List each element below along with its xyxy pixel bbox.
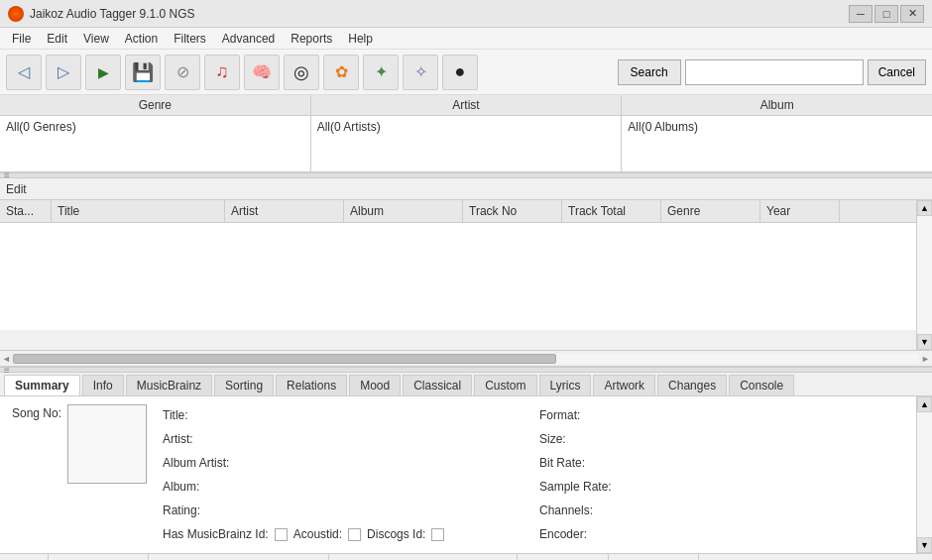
genre-content[interactable]: All(0 Genres) [0,116,310,171]
tab-changes[interactable]: Changes [657,375,727,395]
song-no-label: Song No: [12,404,61,420]
minimize-button[interactable]: ─ [849,5,873,23]
tab-lyrics[interactable]: Lyrics [539,375,592,395]
song-no-row: Song No: [12,404,147,484]
bitrate-row: Bit Rate: [539,452,904,474]
cancel-button[interactable]: Cancel [868,59,926,85]
status-delay: Delay 00:00:00 [609,554,699,560]
tab-info[interactable]: Info [82,375,124,395]
menu-edit[interactable]: Edit [39,30,75,48]
title-label: Title: [163,408,262,422]
hscroll-left[interactable]: ◄ [0,354,13,364]
tab-artwork[interactable]: Artwork [593,375,655,395]
col-trackno[interactable]: Track No [463,200,562,222]
song-no-thumbnail [67,404,147,484]
artist-content[interactable]: All(0 Artists) [311,116,622,171]
close-button[interactable]: ✕ [900,5,924,23]
artist-value: All(0 Artists) [317,120,381,134]
summary-panel: Song No: Title: Artist: Album Artist: Al… [0,396,932,553]
resize-icon: ≡ [4,170,10,180]
fields-left: Title: Artist: Album Artist: Album: Rati… [163,404,527,545]
edit-bar: Edit [0,178,932,200]
save-button[interactable]: 💾 [125,55,161,90]
edit-label[interactable]: Edit [6,182,27,196]
table-hscroll[interactable]: ◄ ► [0,350,932,366]
table-with-scroll: Sta... Title Artist Album Track No Track… [0,200,932,350]
summary-vscroll-down[interactable]: ▼ [917,537,932,553]
size-row: Size: [539,428,904,450]
vscroll-down[interactable]: ▼ [917,334,932,350]
table-body [0,223,916,330]
vscroll-track[interactable] [917,216,932,334]
summary-vscroll[interactable]: ▲ ▼ [916,396,932,553]
network-button[interactable]: ✿ [323,55,359,90]
discogs-id-checkbox[interactable] [431,528,444,541]
forward-button[interactable]: ▷ [46,55,81,90]
search-input[interactable] [685,59,864,85]
channels-label: Channels: [539,504,639,517]
album-column: Album All(0 Albums) [622,95,932,171]
col-album[interactable]: Album [344,200,463,222]
tab-console[interactable]: Console [729,375,794,395]
album-content[interactable]: All(0 Albums) [622,116,932,171]
col-year[interactable]: Year [760,200,840,222]
encoder-label: Encoder: [539,527,639,541]
status-bar: Ready 0 files are loaded 0 files are vis… [0,553,932,560]
table-header-row: Sta... Title Artist Album Track No Track… [0,200,916,223]
menu-action[interactable]: Action [117,30,166,48]
tab-mood[interactable]: Mood [349,375,401,395]
stop-button[interactable]: ⊘ [165,55,200,90]
search-button[interactable]: Search [618,59,681,85]
col-status[interactable]: Sta... [0,200,52,222]
album-row: Album: [163,476,527,498]
status-memory: 44 Mb of 1,312 Mb [699,554,806,560]
summary-vscroll-up[interactable]: ▲ [917,396,932,412]
tab-custom[interactable]: Custom [474,375,536,395]
summary-vscroll-track[interactable] [917,412,932,537]
format-label: Format: [539,408,639,422]
music-button[interactable]: ♫ [204,55,240,90]
tag2-button[interactable]: ✧ [403,55,438,90]
artist-label: Artist: [163,432,262,446]
status-files-loaded: 0 files are loaded [49,554,149,560]
genre-header: Genre [0,95,310,116]
tab-summary[interactable]: Summary [4,375,80,395]
hscroll-thumb[interactable] [13,354,556,364]
menu-reports[interactable]: Reports [283,30,340,48]
status-ready: Ready [0,554,49,560]
status-filters-active: No filters active [518,554,609,560]
menu-filters[interactable]: Filters [166,30,214,48]
col-artist[interactable]: Artist [225,200,344,222]
menu-view[interactable]: View [75,30,117,48]
table-vscroll[interactable]: ▲ ▼ [916,200,932,350]
song-no-section: Song No: [12,404,151,488]
tab-sorting[interactable]: Sorting [214,375,274,395]
brain-button[interactable]: 🧠 [244,55,280,90]
vscroll-up[interactable]: ▲ [917,200,932,216]
title-bar: Jaikoz Audio Tagger 9.1.0 NGS ─ □ ✕ [0,0,932,28]
musicbrainz-id-checkbox[interactable] [275,528,288,541]
menu-file[interactable]: File [4,30,39,48]
album-artist-row: Album Artist: [163,452,527,474]
col-title[interactable]: Title [52,200,225,222]
vinyl-button[interactable]: ● [442,55,478,90]
maximize-button[interactable]: □ [874,5,898,23]
tab-classical[interactable]: Classical [403,375,472,395]
tag-button[interactable]: ✦ [363,55,399,90]
genre-column: Genre All(0 Genres) [0,95,311,171]
checkbox-row: Has MusicBrainz Id: Acoustid: Discogs Id… [163,523,527,545]
hscroll-track[interactable] [13,354,919,364]
hscroll-right[interactable]: ► [919,354,932,364]
tab-musicbrainz[interactable]: MusicBrainz [126,375,212,395]
browser-panel: Genre All(0 Genres) Artist All(0 Artists… [0,95,932,172]
back-button[interactable]: ◁ [6,55,42,90]
menu-help[interactable]: Help [340,30,381,48]
col-tracktotal[interactable]: Track Total [562,200,661,222]
col-genre[interactable]: Genre [661,200,760,222]
tab-relations[interactable]: Relations [276,375,347,395]
acoustid-checkbox[interactable] [348,528,361,541]
play-button[interactable]: ▶ [85,55,121,90]
disc-button[interactable]: ◎ [284,55,319,90]
col-extra[interactable] [840,200,916,222]
menu-advanced[interactable]: Advanced [214,30,283,48]
